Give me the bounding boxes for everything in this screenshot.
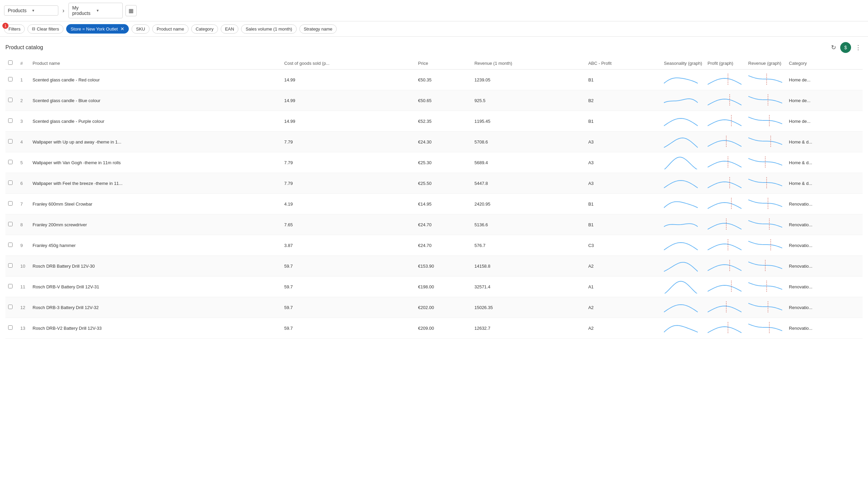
store-filter-chip[interactable]: Store = New York Outlet ✕: [66, 24, 129, 34]
row-checkbox-cell[interactable]: [5, 70, 18, 90]
row-price: €209.00: [415, 318, 472, 339]
myproducts-dropdown-arrow: ▾: [97, 8, 119, 13]
row-profit-graph: [705, 276, 746, 297]
row-checkbox-cell[interactable]: [5, 235, 18, 256]
col-price[interactable]: Price: [415, 57, 472, 70]
row-checkbox[interactable]: [8, 305, 13, 309]
col-revenue-graph[interactable]: Revenue (graph): [746, 57, 786, 70]
col-product-name[interactable]: Product name: [30, 57, 281, 70]
products-dropdown[interactable]: Products ▾: [4, 5, 58, 16]
row-checkbox[interactable]: [8, 325, 13, 330]
refresh-button[interactable]: ↻: [830, 42, 837, 53]
row-checkbox[interactable]: [8, 98, 13, 102]
row-number: 10: [18, 256, 30, 276]
table-row: 2 Scented glass candle - Blue colour 14.…: [5, 90, 863, 111]
row-checkbox[interactable]: [8, 284, 13, 288]
row-checkbox[interactable]: [8, 139, 13, 144]
row-abc: A2: [586, 318, 661, 339]
col-abc[interactable]: ABC - Profit: [586, 57, 661, 70]
row-checkbox-cell[interactable]: [5, 111, 18, 132]
row-checkbox[interactable]: [8, 222, 13, 226]
sku-tag[interactable]: SKU: [132, 24, 150, 34]
row-cogs: 7.79: [281, 173, 415, 194]
product-table-wrap: # Product name Cost of goods sold (p... …: [5, 57, 863, 339]
row-revenue-graph: [746, 276, 786, 297]
col-select-all[interactable]: [5, 57, 18, 70]
product-name-tag[interactable]: Product name: [152, 24, 189, 34]
row-checkbox-cell[interactable]: [5, 318, 18, 339]
row-checkbox-cell[interactable]: [5, 194, 18, 214]
row-product-name: Wallpaper with Van Gogh -theme in 11m ro…: [30, 152, 281, 173]
section-title: Product catalog: [5, 44, 43, 51]
row-checkbox[interactable]: [8, 77, 13, 81]
avatar-button[interactable]: $: [840, 42, 851, 53]
col-revenue[interactable]: Revenue (1 month): [472, 57, 586, 70]
row-checkbox-cell[interactable]: [5, 152, 18, 173]
nav-arrow-btn[interactable]: ›: [61, 6, 66, 16]
sales-volume-tag[interactable]: Sales volume (1 month): [241, 24, 296, 34]
row-price: €25.50: [415, 173, 472, 194]
row-checkbox[interactable]: [8, 180, 13, 185]
row-price: €14.95: [415, 194, 472, 214]
row-profit-graph: [705, 194, 746, 214]
content-area: Product catalog ↻ $ ⋮ # Product name Cos…: [0, 37, 868, 344]
row-checkbox[interactable]: [8, 201, 13, 206]
strategy-name-tag[interactable]: Strategy name: [299, 24, 337, 34]
row-seasonality-graph: [661, 152, 705, 173]
row-price: €24.30: [415, 132, 472, 152]
row-profit-graph: [705, 90, 746, 111]
category-tag[interactable]: Category: [191, 24, 218, 34]
row-checkbox-cell[interactable]: [5, 173, 18, 194]
row-category: Renovatio...: [786, 297, 863, 318]
table-row: 6 Wallpaper with Feel the breeze -theme …: [5, 173, 863, 194]
col-cogs[interactable]: Cost of goods sold (p...: [281, 57, 415, 70]
row-revenue-graph: [746, 132, 786, 152]
row-revenue: 5447.8: [472, 173, 586, 194]
row-abc: B1: [586, 214, 661, 235]
row-checkbox[interactable]: [8, 243, 13, 247]
myproducts-dropdown[interactable]: My products ▾: [68, 3, 123, 18]
col-category[interactable]: Category: [786, 57, 863, 70]
row-abc: B1: [586, 70, 661, 90]
row-profit-graph: [705, 111, 746, 132]
top-bar: Products ▾ › My products ▾ ▦: [0, 0, 868, 21]
row-checkbox[interactable]: [8, 160, 13, 164]
filter-icon: ⊟: [32, 26, 35, 31]
row-checkbox-cell[interactable]: [5, 276, 18, 297]
table-row: 5 Wallpaper with Van Gogh -theme in 11m …: [5, 152, 863, 173]
ean-tag[interactable]: EAN: [221, 24, 239, 34]
row-checkbox[interactable]: [8, 263, 13, 268]
row-revenue: 576.7: [472, 235, 586, 256]
row-price: €24.70: [415, 214, 472, 235]
table-row: 7 Franley 600mm Steel Crowbar 4.19 €14.9…: [5, 194, 863, 214]
row-seasonality-graph: [661, 256, 705, 276]
row-revenue-graph: [746, 194, 786, 214]
row-checkbox[interactable]: [8, 118, 13, 123]
row-checkbox-cell[interactable]: [5, 214, 18, 235]
store-chip-close[interactable]: ✕: [120, 26, 124, 32]
more-options-button[interactable]: ⋮: [854, 42, 863, 53]
table-row: 11 Rosch DRB-V Battery Drill 12V-31 59.7…: [5, 276, 863, 297]
row-abc: A3: [586, 152, 661, 173]
row-revenue: 925.5: [472, 90, 586, 111]
filters-button[interactable]: 1 Filters: [4, 24, 25, 34]
row-price: €24.70: [415, 235, 472, 256]
row-category: Home de...: [786, 111, 863, 132]
row-cogs: 7.79: [281, 132, 415, 152]
row-checkbox-cell[interactable]: [5, 297, 18, 318]
row-seasonality-graph: [661, 173, 705, 194]
clear-filters-button[interactable]: ⊟ Clear filters: [27, 24, 63, 34]
col-seasonality[interactable]: Seasonality (graph): [661, 57, 705, 70]
select-all-checkbox[interactable]: [8, 60, 13, 65]
row-category: Renovatio...: [786, 235, 863, 256]
row-checkbox-cell[interactable]: [5, 90, 18, 111]
table-row: 4 Wallpaper with Up up and away -theme i…: [5, 132, 863, 152]
row-checkbox-cell[interactable]: [5, 132, 18, 152]
view-toggle-btn[interactable]: ▦: [125, 5, 137, 16]
row-revenue-graph: [746, 90, 786, 111]
col-profit-graph[interactable]: Profit (graph): [705, 57, 746, 70]
row-category: Home & d...: [786, 152, 863, 173]
row-cogs: 3.87: [281, 235, 415, 256]
row-number: 3: [18, 111, 30, 132]
row-checkbox-cell[interactable]: [5, 256, 18, 276]
